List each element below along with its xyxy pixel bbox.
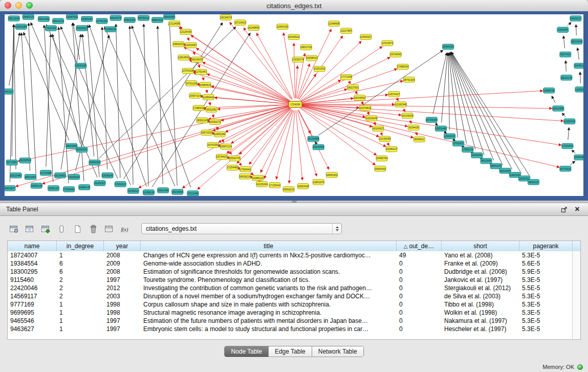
table-cell-title[interactable]: Estimation of the future numbers of pati… bbox=[141, 317, 397, 325]
network-node[interactable]: 18861402 bbox=[151, 17, 163, 23]
close-window-button[interactable] bbox=[5, 2, 11, 9]
network-node[interactable]: 10089113 bbox=[252, 176, 264, 181]
network-node[interactable]: 18219345 bbox=[571, 39, 583, 45]
table-cell-in_degree[interactable]: 2 bbox=[57, 276, 104, 284]
table-cell-out_degree[interactable]: 0 bbox=[397, 276, 442, 284]
table-cell-short[interactable]: Dudbridge et al. (2008) bbox=[442, 268, 519, 276]
table-row[interactable]: 1456911722003Disruption of a novel membe… bbox=[8, 292, 573, 300]
network-node[interactable]: 17613445 bbox=[187, 191, 199, 196]
network-node[interactable]: 17031054 bbox=[562, 143, 574, 149]
network-node[interactable]: 12160348 bbox=[395, 102, 407, 107]
network-node[interactable]: 15905134 bbox=[31, 183, 42, 189]
network-node[interactable]: 12904315 bbox=[444, 134, 455, 139]
network-node[interactable]: 16046127 bbox=[386, 146, 398, 152]
table-cell-short[interactable]: Wolkin et al. (1998) bbox=[442, 309, 519, 317]
table-row[interactable]: 969969511998Structural magnetic resonanc… bbox=[8, 309, 573, 317]
network-node[interactable]: 16104627 bbox=[373, 126, 384, 132]
column-header-name[interactable]: name bbox=[8, 241, 57, 251]
network-node[interactable]: 9463627 bbox=[5, 186, 15, 191]
delete-button[interactable] bbox=[86, 223, 100, 235]
table-cell-short[interactable]: Nakamura et al. (1997) bbox=[442, 317, 519, 325]
column-header-title[interactable]: title bbox=[141, 241, 397, 251]
network-node[interactable]: 15958412 bbox=[306, 55, 318, 61]
network-node[interactable]: 19562013 bbox=[283, 187, 295, 192]
network-node[interactable]: 11058234 bbox=[105, 27, 116, 32]
network-node[interactable]: 12654327 bbox=[360, 34, 372, 40]
close-panel-button[interactable]: × bbox=[573, 205, 582, 214]
network-node[interactable]: 12125439 bbox=[180, 29, 192, 35]
table-cell-in_degree[interactable]: 1 bbox=[57, 325, 104, 333]
table-cell-name[interactable]: 9115460 bbox=[8, 276, 57, 284]
table-cell-out_degree[interactable]: 0 bbox=[397, 292, 442, 300]
table-row[interactable]: 1830029562008Estimation of significance … bbox=[8, 268, 573, 276]
network-node[interactable]: 18104276 bbox=[110, 15, 122, 21]
network-node[interactable]: 19813720 bbox=[300, 45, 312, 50]
network-node[interactable]: 19734421 bbox=[216, 154, 228, 160]
table-cell-name[interactable]: 9777169 bbox=[8, 300, 57, 309]
table-cell-title[interactable]: Estimation of significance thresholds fo… bbox=[141, 268, 397, 276]
network-node[interactable]: 20815034 bbox=[124, 17, 136, 23]
table-cell-out_degree[interactable]: 49 bbox=[397, 251, 442, 259]
table-cell-in_degree[interactable]: 1 bbox=[57, 317, 104, 325]
network-node[interactable]: 17905134 bbox=[462, 147, 474, 152]
network-node[interactable]: 15013440 bbox=[10, 172, 22, 178]
network-node[interactable]: 9812644 bbox=[481, 158, 492, 164]
network-node[interactable]: 18327501 bbox=[347, 85, 359, 91]
column-header-short[interactable]: short bbox=[442, 241, 519, 251]
network-node[interactable]: 20260591 bbox=[76, 147, 88, 152]
table-cell-out_degree[interactable]: 0 bbox=[397, 284, 442, 292]
network-node[interactable]: 14200457 bbox=[185, 42, 197, 48]
show-columns-button[interactable] bbox=[23, 223, 37, 235]
table-cell-pagerank[interactable]: 5.5E-5 bbox=[519, 284, 573, 292]
table-cell-year[interactable]: 1998 bbox=[104, 300, 141, 309]
table-row[interactable]: 946554611997Estimation of the future num… bbox=[8, 317, 573, 325]
network-node[interactable]: 16810234 bbox=[52, 18, 64, 24]
network-node[interactable]: 16104205 bbox=[402, 113, 413, 119]
table-cell-short[interactable]: Franke et al. (2009) bbox=[442, 259, 519, 268]
table-cell-title[interactable]: Changes of HCN gene expression and I(f) … bbox=[141, 251, 397, 259]
network-node[interactable]: 10538240 bbox=[102, 172, 114, 178]
table-cell-in_degree[interactable]: 6 bbox=[57, 268, 104, 276]
column-header-out_degree[interactable]: △out_de… bbox=[397, 241, 442, 251]
table-cell-year[interactable]: 1998 bbox=[104, 309, 141, 317]
network-node[interactable]: 12654190 bbox=[277, 24, 289, 30]
network-node[interactable]: 16594342 bbox=[375, 166, 386, 171]
network-node[interactable]: 17771345 bbox=[340, 74, 352, 80]
table-cell-name[interactable]: 9463627 bbox=[8, 325, 57, 333]
table-cell-short[interactable]: Jankovic et al. (1997) bbox=[442, 276, 519, 284]
table-row[interactable]: 946362711997Embryonic stem cells: a mode… bbox=[8, 325, 573, 333]
column-header-year[interactable]: year bbox=[104, 241, 141, 251]
network-node[interactable]: 24751206 bbox=[186, 80, 198, 86]
table-scrollbar[interactable] bbox=[572, 251, 580, 339]
table-cell-pagerank[interactable]: 5.3E-5 bbox=[519, 300, 573, 309]
table-cell-short[interactable]: Stergiakouli et al. (2012) bbox=[442, 284, 519, 292]
network-node[interactable]: 20531092 bbox=[38, 16, 50, 22]
network-node[interactable]: 16640910 bbox=[288, 34, 300, 40]
network-node[interactable]: 11086442 bbox=[203, 95, 214, 100]
network-node[interactable]: 18623450 bbox=[66, 143, 78, 149]
table-cell-title[interactable]: Disruption of a novel member of a sodium… bbox=[141, 292, 397, 300]
network-node[interactable]: 18751304 bbox=[403, 77, 415, 82]
network-node[interactable]: 11548408 bbox=[328, 21, 339, 27]
table-cell-title[interactable]: Investigating the contribution of common… bbox=[141, 284, 397, 292]
network-node[interactable]: 10259341 bbox=[471, 152, 483, 158]
network-node[interactable]: 18513045 bbox=[8, 16, 20, 21]
table-cell-pagerank[interactable]: 5.6E-5 bbox=[519, 259, 573, 268]
network-node[interactable]: 16092273 bbox=[209, 119, 221, 125]
table-cell-out_degree[interactable]: 0 bbox=[397, 309, 442, 317]
network-node-hub[interactable]: 1724006 bbox=[289, 101, 302, 107]
table-cell-short[interactable]: Tibbo et al. (1998) bbox=[442, 300, 519, 309]
table-cell-year[interactable]: 2008 bbox=[104, 268, 141, 276]
table-cell-out_degree[interactable]: 0 bbox=[397, 317, 442, 325]
table-cell-out_degree[interactable]: 0 bbox=[397, 325, 442, 333]
network-node[interactable]: 16842001 bbox=[173, 41, 185, 47]
table-row[interactable]: 1872400712008Changes of HCN gene express… bbox=[8, 251, 573, 259]
network-node[interactable]: 12751441 bbox=[195, 69, 207, 75]
network-node[interactable]: 16763350 bbox=[207, 142, 219, 148]
table-settings-button[interactable] bbox=[7, 223, 21, 235]
network-node[interactable]: 22124089 bbox=[169, 21, 181, 27]
network-node[interactable]: 16775201 bbox=[560, 166, 572, 171]
tab-edge-table[interactable]: Edge Table bbox=[269, 346, 312, 357]
network-node[interactable]: 19734093 bbox=[390, 52, 402, 57]
network-node[interactable]: 12058134 bbox=[143, 190, 155, 195]
